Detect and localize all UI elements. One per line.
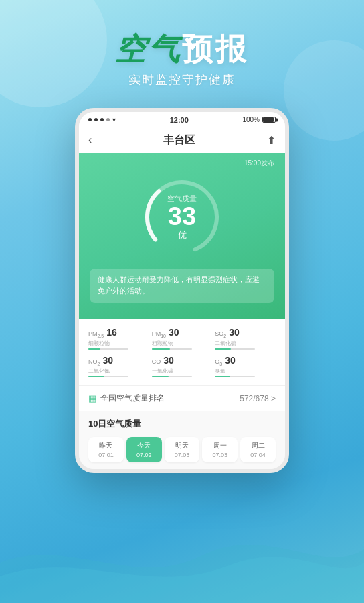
day-date-4: 07.04: [242, 452, 274, 458]
no2-bar-fill: [88, 376, 104, 377]
pm25-bar-fill: [88, 348, 100, 350]
wave-decoration: [0, 523, 364, 603]
pm10-bar-fill: [152, 348, 170, 350]
no2-name: NO2: [88, 359, 100, 366]
app-title: 空气预报: [0, 32, 364, 66]
o3-bar-fill: [215, 376, 230, 377]
status-left: ▾: [88, 116, 116, 123]
o3-bar: [215, 376, 255, 377]
wave-svg: [0, 523, 364, 603]
phone-mockup: ▾ 12:00 100% ‹ 丰台区 ⬆ 15:00发布: [75, 108, 289, 474]
ranking-icon: ▦: [88, 393, 96, 403]
day-name-0: 昨天: [90, 441, 122, 450]
so2-cn: 二氧化硫: [215, 340, 236, 347]
signal-dot-1: [88, 118, 92, 121]
co-bar-fill: [152, 376, 169, 377]
pm10-name: PM10: [152, 331, 166, 338]
aqi-gauge-container: 空气质量 33 优: [90, 174, 274, 261]
ranking-label: 全国空气质量排名: [100, 393, 165, 404]
forecast-day-yesterday[interactable]: 昨天 07.01: [88, 437, 124, 462]
back-button[interactable]: ‹: [88, 134, 92, 146]
pm25-name: PM2.5: [88, 331, 104, 338]
forecast-section: 10日空气质量 昨天 07.01 今天 07.02 明天 07.03 周一 07…: [79, 411, 285, 469]
so2-value: 30: [229, 327, 240, 338]
aqi-quality: 优: [167, 228, 197, 241]
o3-value: 30: [225, 355, 236, 366]
o3-cn: 臭氧: [215, 367, 225, 375]
signal-dot-2: [94, 118, 98, 121]
no2-bar: [88, 376, 128, 377]
ranking-right: 572/678 >: [240, 394, 276, 403]
share-button[interactable]: ⬆: [267, 134, 276, 147]
pm25-value: 16: [106, 327, 117, 338]
forecast-day-tomorrow[interactable]: 明天 07.03: [165, 437, 200, 462]
day-date-0: 07.01: [90, 452, 122, 458]
app-header-section: 空气预报 实时监控守护健康: [0, 0, 364, 88]
pollutant-pm10: PM10 30 粗颗粒物: [152, 327, 213, 350]
forecast-day-today[interactable]: 今天 07.02: [126, 437, 162, 462]
battery-text: 100%: [242, 116, 260, 123]
pm10-value: 30: [169, 327, 179, 338]
day-name-1: 今天: [128, 441, 160, 450]
ranking-left: ▦ 全国空气质量排名: [88, 393, 165, 404]
status-bar: ▾ 12:00 100%: [79, 112, 285, 128]
pm25-cn: 细颗粒物: [88, 340, 110, 347]
city-title: 丰台区: [163, 133, 195, 147]
battery-bar: [262, 117, 276, 123]
day-date-3: 07.03: [204, 452, 236, 458]
so2-name: SO2: [215, 331, 226, 338]
co-bar: [152, 376, 192, 377]
aqi-number: 33: [167, 203, 197, 228]
pm10-cn: 粗颗粒物: [152, 340, 173, 347]
so2-bar-fill: [215, 348, 231, 350]
app-nav-bar: ‹ 丰台区 ⬆: [79, 128, 285, 153]
co-name: CO: [152, 359, 161, 365]
no2-value: 30: [102, 355, 113, 366]
pollutants-area: PM2.5 16 细颗粒物 PM10 30 粗颗粒物: [79, 319, 285, 386]
aqi-gauge: 空气质量 33 优: [139, 174, 225, 261]
aqi-center: 空气质量 33 优: [167, 193, 197, 241]
pollutant-no2: NO2 30 二氧化氮: [88, 355, 149, 378]
so2-bar: [215, 348, 255, 350]
wifi-icon: ▾: [112, 116, 116, 123]
signal-dot-3: [100, 118, 104, 121]
aqi-area: 15:00发布 空气质量 33 优 健康人群运动耐受力降低，有明显强烈症状，应避…: [79, 153, 285, 319]
status-time: 12:00: [170, 116, 189, 124]
forecast-day-mon[interactable]: 周一 07.03: [202, 437, 238, 462]
pollutant-o3: O3 30 臭氧: [215, 355, 276, 378]
title-part1: 空气: [115, 31, 182, 66]
app-subtitle: 实时监控守护健康: [0, 72, 364, 88]
forecast-day-tue[interactable]: 周二 07.04: [240, 437, 276, 462]
ranking-row[interactable]: ▦ 全国空气质量排名 572/678 >: [79, 385, 285, 411]
status-right: 100%: [242, 116, 276, 123]
ranking-arrow: >: [271, 394, 276, 403]
battery-fill: [263, 117, 274, 122]
pollutant-co: CO 30 一氧化碳: [152, 355, 213, 378]
signal-dot-4: [106, 118, 110, 121]
title-part2: 预报: [182, 31, 249, 66]
pollutants-grid: PM2.5 16 细颗粒物 PM10 30 粗颗粒物: [88, 327, 276, 378]
pm25-bar: [88, 348, 128, 350]
ranking-value: 572/678: [240, 394, 268, 403]
day-name-2: 明天: [167, 441, 198, 450]
forecast-title: 10日空气质量: [88, 418, 276, 430]
co-cn: 一氧化碳: [152, 367, 173, 375]
no2-cn: 二氧化氮: [88, 367, 110, 375]
co-value: 30: [163, 355, 174, 366]
day-name-3: 周一: [204, 441, 236, 450]
forecast-days: 昨天 07.01 今天 07.02 明天 07.03 周一 07.03 周二 0…: [88, 437, 276, 462]
o3-name: O3: [215, 359, 222, 366]
pollutant-so2: SO2 30 二氧化硫: [215, 327, 276, 350]
day-date-2: 07.03: [167, 452, 198, 458]
pollutant-pm25: PM2.5 16 细颗粒物: [88, 327, 149, 350]
pm10-bar: [152, 348, 192, 350]
day-date-1: 07.02: [128, 452, 160, 458]
day-name-4: 周二: [242, 441, 274, 450]
